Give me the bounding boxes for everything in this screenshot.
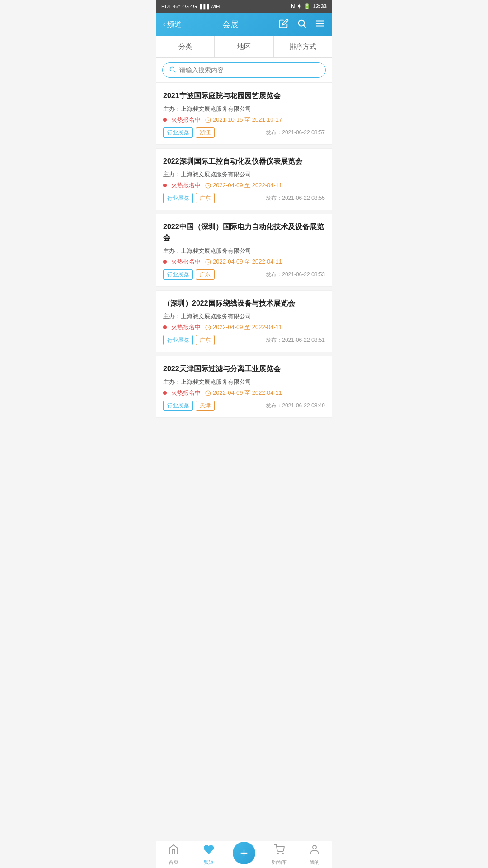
status-text: 火热报名中 [171, 181, 201, 189]
item-status-row: 火热报名中 2022-04-09 至 2022-04-11 [163, 389, 325, 397]
header-icons [279, 19, 325, 31]
search-bar [156, 58, 332, 83]
clock-icon [205, 117, 211, 123]
clock-icon [205, 390, 211, 396]
publish-time: 发布：2021-06-22 08:51 [266, 336, 325, 344]
tag: 浙江 [196, 127, 215, 138]
back-button[interactable]: ‹ 频道 [163, 20, 182, 29]
tags: 行业展览天津 [163, 401, 215, 411]
item-organizer: 主办：上海昶文展览服务有限公司 [163, 105, 325, 113]
clock-icon [205, 259, 211, 265]
status-text: 火热报名中 [171, 323, 201, 331]
item-title: 2022中国（深圳）国际电力自动化技术及设备展览会 [163, 222, 325, 243]
item-footer: 行业展览浙江 发布：2021-06-22 08:57 [163, 127, 325, 138]
item-title: 2021宁波国际庭院与花园园艺展览会 [163, 90, 325, 101]
tag: 行业展览 [163, 335, 193, 345]
tag: 广东 [196, 193, 215, 203]
tag: 行业展览 [163, 127, 193, 138]
header: ‹ 频道 会展 [156, 13, 332, 36]
status-dot [163, 184, 167, 187]
date-range: 2022-04-09 至 2022-04-11 [205, 181, 282, 189]
list-item[interactable]: 2022天津国际过滤与分离工业展览会 主办：上海昶文展览服务有限公司 火热报名中… [156, 356, 332, 418]
page-title: 会展 [222, 19, 239, 30]
item-title: 2022深圳国际工控自动化及仪器仪表展览会 [163, 156, 325, 167]
item-footer: 行业展览天津 发布：2021-06-22 08:49 [163, 401, 325, 411]
svg-line-1 [304, 25, 306, 28]
tag: 行业展览 [163, 193, 193, 203]
search-input[interactable] [179, 66, 319, 74]
date-range: 2022-04-09 至 2022-04-11 [205, 389, 282, 397]
item-organizer: 主办：上海昶文展览服务有限公司 [163, 312, 325, 321]
item-status-row: 火热报名中 2021-10-15 至 2021-10-17 [163, 116, 325, 124]
tag: 行业展览 [163, 269, 193, 280]
item-organizer: 主办：上海昶文展览服务有限公司 [163, 378, 325, 386]
clock-icon [205, 325, 211, 330]
date-range: 2021-10-15 至 2021-10-17 [205, 116, 282, 124]
signal-icon: ▐▐▐ [198, 4, 209, 9]
battery-icon: 🔋 [304, 3, 310, 9]
listing-list: 2021宁波国际庭院与花园园艺展览会 主办：上海昶文展览服务有限公司 火热报名中… [156, 83, 332, 418]
search-input-wrap[interactable] [162, 62, 326, 78]
list-item[interactable]: 2022中国（深圳）国际电力自动化技术及设备展览会 主办：上海昶文展览服务有限公… [156, 214, 332, 287]
filter-bar: 分类 地区 排序方式 [156, 36, 332, 58]
item-title: 2022天津国际过滤与分离工业展览会 [163, 363, 325, 374]
tags: 行业展览浙江 [163, 127, 215, 138]
edit-icon[interactable] [279, 19, 289, 31]
tag: 广东 [196, 335, 215, 345]
publish-time: 发布：2021-06-22 08:53 [266, 271, 325, 278]
item-status-row: 火热报名中 2022-04-09 至 2022-04-11 [163, 258, 325, 266]
status-right: N ✶ 🔋 12:33 [291, 3, 327, 9]
item-organizer: 主办：上海昶文展览服务有限公司 [163, 247, 325, 255]
item-status-row: 火热报名中 2022-04-09 至 2022-04-11 [163, 181, 325, 189]
tags: 行业展览广东 [163, 193, 215, 203]
status-bar: HD1 46⁺ 4G 4G ▐▐▐ WiFi N ✶ 🔋 12:33 [156, 0, 332, 13]
filter-region[interactable]: 地区 [215, 36, 273, 57]
svg-line-6 [174, 71, 175, 72]
tag: 天津 [196, 401, 215, 411]
list-item[interactable]: 2022深圳国际工控自动化及仪器仪表展览会 主办：上海昶文展览服务有限公司 火热… [156, 148, 332, 210]
list-item[interactable]: （深圳）2022国际绕线设备与技术展览会 主办：上海昶文展览服务有限公司 火热报… [156, 290, 332, 352]
list-item[interactable]: 2021宁波国际庭院与花园园艺展览会 主办：上海昶文展览服务有限公司 火热报名中… [156, 83, 332, 145]
item-footer: 行业展览广东 发布：2021-06-22 08:53 [163, 269, 325, 280]
tag: 行业展览 [163, 401, 193, 411]
time-display: 12:33 [313, 3, 327, 9]
item-status-row: 火热报名中 2022-04-09 至 2022-04-11 [163, 323, 325, 331]
filter-category[interactable]: 分类 [156, 36, 215, 57]
carrier-text: HD1 46⁺ 4G 4G [161, 4, 197, 9]
publish-time: 发布：2021-06-22 08:49 [266, 402, 325, 410]
status-left: HD1 46⁺ 4G 4G ▐▐▐ WiFi [161, 4, 220, 9]
clock-icon [205, 183, 211, 189]
search-icon[interactable] [297, 19, 307, 31]
content-area: 2021宁波国际庭院与花园园艺展览会 主办：上海昶文展览服务有限公司 火热报名中… [156, 83, 332, 453]
item-organizer: 主办：上海昶文展览服务有限公司 [163, 170, 325, 179]
back-label: 频道 [167, 20, 182, 29]
tag: 广东 [196, 269, 215, 280]
tags: 行业展览广东 [163, 335, 215, 345]
status-text: 火热报名中 [171, 116, 201, 124]
status-dot [163, 118, 167, 122]
status-text: 火热报名中 [171, 258, 201, 266]
item-footer: 行业展览广东 发布：2021-06-22 08:55 [163, 193, 325, 203]
nfc-icon: N [291, 3, 295, 9]
status-text: 火热报名中 [171, 389, 201, 397]
bluetooth-icon: ✶ [297, 3, 301, 9]
publish-time: 发布：2021-06-22 08:57 [266, 129, 325, 137]
date-range: 2022-04-09 至 2022-04-11 [205, 258, 282, 266]
item-title: （深圳）2022国际绕线设备与技术展览会 [163, 298, 325, 309]
back-arrow-icon: ‹ [163, 20, 165, 28]
search-input-icon [169, 66, 176, 74]
status-dot [163, 326, 167, 329]
item-footer: 行业展览广东 发布：2021-06-22 08:51 [163, 335, 325, 345]
wifi-icon: WiFi [210, 4, 220, 9]
date-range: 2022-04-09 至 2022-04-11 [205, 323, 282, 331]
menu-icon[interactable] [315, 19, 325, 31]
status-dot [163, 260, 167, 264]
filter-sort[interactable]: 排序方式 [274, 36, 332, 57]
status-dot [163, 391, 167, 395]
tags: 行业展览广东 [163, 269, 215, 280]
publish-time: 发布：2021-06-22 08:55 [266, 194, 325, 202]
